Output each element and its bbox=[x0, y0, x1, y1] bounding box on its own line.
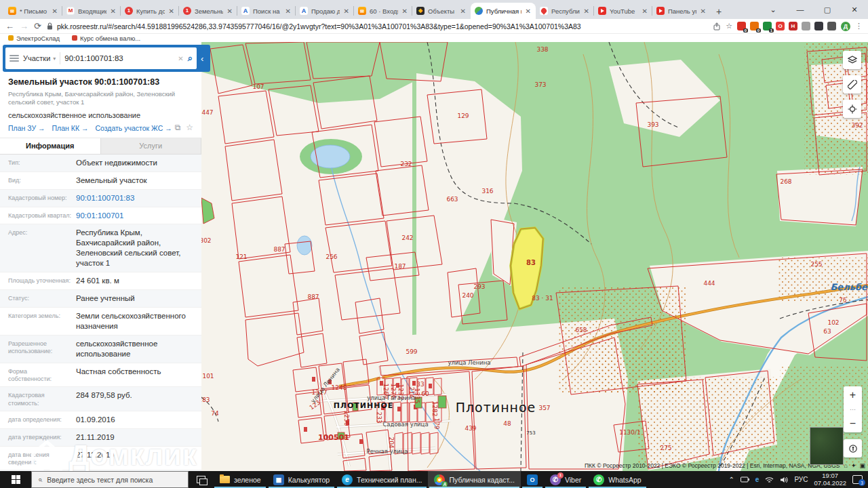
search-input[interactable]: 90:01:100701:83 bbox=[64, 54, 174, 62]
home-icon[interactable]: ⌂ bbox=[844, 462, 848, 469]
cadastral-map[interactable]: 3383741073731293933924472322683166633022… bbox=[201, 42, 868, 471]
bookmark-star-icon[interactable]: ☆ bbox=[726, 22, 732, 30]
browser-tab-3[interactable]: 1Купить дом, ✕ bbox=[121, 3, 179, 19]
forward-icon[interactable]: → bbox=[20, 21, 28, 31]
tab-search-icon[interactable]: ⌄ bbox=[760, 5, 787, 14]
tab-close-icon[interactable]: ✕ bbox=[525, 7, 532, 15]
browser-tab-12[interactable]: Панель управ✕ bbox=[652, 3, 711, 19]
browser-tab-8[interactable]: ◆Объекты нед✕ bbox=[412, 3, 471, 19]
clock[interactable]: 19:07 07.04.2022 bbox=[814, 472, 846, 487]
fullscreen-icon[interactable]: ▣ bbox=[859, 462, 865, 469]
browser-tab-7[interactable]: ✉60 · Входящи✕ bbox=[354, 3, 412, 19]
browser-tab-9[interactable]: Публичная ка✕ bbox=[471, 3, 536, 19]
tab-title: 60 · Входящи bbox=[370, 7, 398, 15]
network-icon[interactable] bbox=[765, 476, 774, 483]
share-icon[interactable] bbox=[713, 22, 721, 30]
taskbar-app-viber[interactable]: ✆1Viber bbox=[544, 471, 587, 488]
browser-menu-icon[interactable]: ⋮ bbox=[855, 22, 863, 30]
start-button[interactable] bbox=[0, 471, 31, 488]
tab-close-icon[interactable]: ✕ bbox=[460, 7, 467, 15]
browser-tab-4[interactable]: 1Земельные у✕ bbox=[179, 3, 237, 19]
measure-button[interactable] bbox=[843, 75, 861, 94]
ext-bw-icon[interactable] bbox=[827, 22, 836, 30]
taskbar-search[interactable]: ⌕ Введите здесь текст для поиска bbox=[31, 471, 189, 488]
create-parcel-link[interactable]: Создать участок ЖС → bbox=[95, 124, 172, 132]
tab-close-icon[interactable]: ✕ bbox=[285, 7, 292, 15]
browser-tab-1[interactable]: ✉* Письмо «А✕ bbox=[4, 3, 62, 19]
zoom-out-button[interactable]: − bbox=[844, 415, 862, 432]
profile-avatar[interactable]: Д bbox=[841, 22, 850, 31]
menu-burger-icon[interactable] bbox=[9, 55, 19, 62]
compass-icon[interactable]: ✦ bbox=[851, 462, 856, 469]
search-box[interactable]: Участки ▾ 90:01:100701:83 ✕ ⌕ bbox=[5, 47, 197, 69]
new-tab-button[interactable]: + bbox=[711, 6, 727, 19]
ext-page-icon[interactable] bbox=[802, 22, 810, 30]
browser-tab-11[interactable]: YouTube✕ bbox=[594, 3, 652, 19]
tab-close-icon[interactable]: ✕ bbox=[401, 7, 408, 15]
tab-close-icon[interactable]: ✕ bbox=[168, 7, 175, 15]
ext-orange-icon[interactable]: 0 bbox=[750, 22, 759, 30]
tab-services[interactable]: Услуги bbox=[101, 138, 202, 154]
collapse-panel-icon[interactable]: ‹ bbox=[201, 54, 203, 64]
back-icon[interactable]: ← bbox=[5, 21, 14, 31]
tab-close-icon[interactable]: ✕ bbox=[583, 7, 590, 15]
maximize-icon[interactable]: ▢ bbox=[814, 5, 841, 14]
plan-zu-link[interactable]: План ЗУ → bbox=[8, 124, 45, 132]
layers-button[interactable] bbox=[843, 51, 861, 69]
tab-information[interactable]: Информация bbox=[0, 138, 101, 154]
row-label: Тип: bbox=[8, 158, 76, 168]
browser-tab-5[interactable]: АПоиск на кар✕ bbox=[237, 3, 296, 19]
tray-edge-icon[interactable]: e bbox=[755, 476, 760, 483]
attribution-text: ПКК © Росреестр 2010-2022 | ЕЭКО © Росре… bbox=[585, 462, 840, 469]
plan-kk-link[interactable]: План КК → bbox=[52, 124, 89, 132]
row-value[interactable]: 90:01:100701 bbox=[76, 211, 201, 221]
tab-close-icon[interactable]: ✕ bbox=[226, 7, 233, 15]
taskbar-app-edge[interactable]: eТехнический план... bbox=[336, 471, 428, 488]
overview-minimap[interactable] bbox=[810, 427, 844, 465]
tab-close-icon[interactable]: ✕ bbox=[700, 7, 707, 15]
row-label: Площадь уточненная: bbox=[8, 276, 76, 286]
zoom-in-button[interactable]: + bbox=[844, 386, 862, 404]
ext-green-icon[interactable]: 1 bbox=[763, 22, 772, 30]
reload-icon[interactable]: ⟳ bbox=[34, 21, 41, 31]
row-value[interactable]: 90:01:100701:83 bbox=[76, 193, 201, 203]
ext-red-icon[interactable]: 0 bbox=[737, 22, 746, 30]
ext-h-icon[interactable]: H bbox=[789, 22, 797, 30]
browser-tab-10[interactable]: Республика К✕ bbox=[536, 3, 594, 19]
search-category-select[interactable]: Участки ▾ bbox=[23, 54, 56, 62]
browser-tab-6[interactable]: АПродаю дом✕ bbox=[296, 3, 354, 19]
taskbar-app-folder[interactable]: зеленое bbox=[213, 471, 267, 488]
tab-close-icon[interactable]: ✕ bbox=[343, 7, 350, 15]
address-bar[interactable]: pkk.rosreestr.ru/#/search/44.59188199652… bbox=[47, 22, 707, 30]
tab-title: Республика К bbox=[551, 7, 580, 15]
taskbar-app-whatsapp[interactable]: ✆WhatsApp bbox=[587, 471, 647, 488]
tab-close-icon[interactable]: ✕ bbox=[52, 7, 58, 15]
bookmark-item-1[interactable]: ЭлектроСклад bbox=[8, 35, 60, 42]
ext-opera-icon[interactable]: O bbox=[776, 22, 785, 30]
taskbar-app-outlook[interactable]: O bbox=[521, 471, 544, 488]
action-center-icon[interactable]: 3 bbox=[852, 475, 863, 484]
taskbar-app-calc[interactable]: ▦Калькулятор bbox=[267, 471, 336, 488]
tray-expand-icon[interactable]: ⌃ bbox=[728, 476, 734, 483]
browser-tab-2[interactable]: MВходящие (76✕ bbox=[62, 3, 121, 19]
row-value: 01.09.2016 bbox=[76, 415, 201, 425]
close-window-icon[interactable]: ✕ bbox=[841, 5, 868, 14]
taskbar-app-chrome[interactable]: ДПубличная кадаст... bbox=[428, 471, 520, 488]
minimize-icon[interactable]: — bbox=[787, 5, 814, 14]
volume-icon[interactable] bbox=[780, 476, 788, 483]
ext-dark-icon[interactable] bbox=[814, 22, 823, 30]
task-view-button[interactable] bbox=[189, 471, 213, 488]
battery-icon[interactable] bbox=[741, 476, 749, 483]
tab-close-icon[interactable]: ✕ bbox=[642, 7, 648, 15]
favorite-star-icon[interactable]: ☆ bbox=[186, 123, 193, 132]
notification-badge: 3 bbox=[859, 479, 865, 486]
clear-search-icon[interactable]: ✕ bbox=[178, 55, 183, 62]
bookmark-item-2[interactable]: Курс обмена валю... bbox=[72, 35, 140, 42]
zoom-levels-button[interactable]: ··· bbox=[844, 404, 862, 415]
locate-button[interactable] bbox=[844, 439, 862, 458]
position-button[interactable] bbox=[843, 100, 861, 118]
tab-close-icon[interactable]: ✕ bbox=[110, 7, 117, 15]
doc-search-icon[interactable]: ⧉ bbox=[175, 123, 181, 132]
language-indicator[interactable]: РУС bbox=[794, 476, 808, 483]
search-icon[interactable]: ⌕ bbox=[188, 53, 193, 64]
